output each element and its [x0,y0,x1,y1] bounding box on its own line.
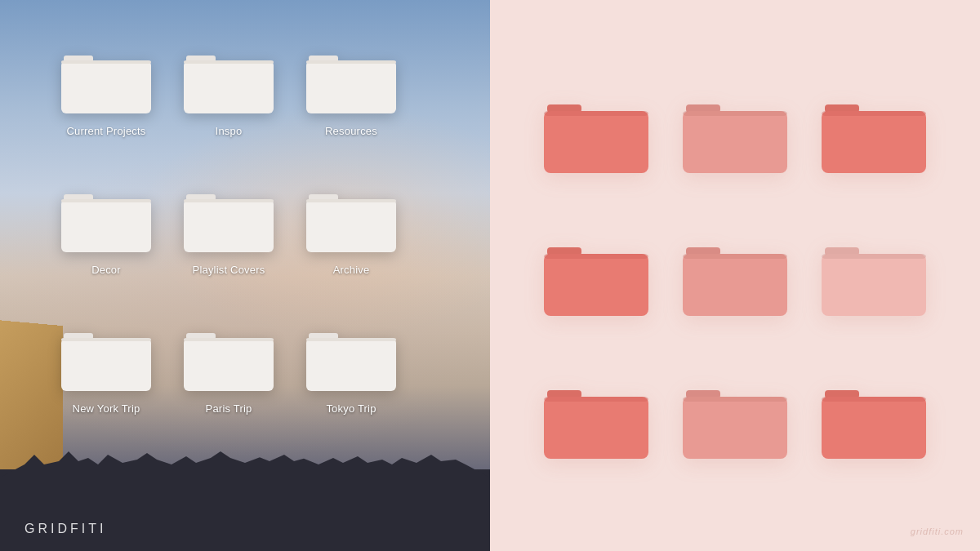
svg-rect-28 [544,111,648,173]
pink-folder-icon-pink-3 [817,88,931,178]
svg-rect-25 [306,338,396,391]
pink-folder-item-pink-5[interactable] [674,212,796,339]
svg-rect-20 [61,338,151,341]
city-silhouette [0,469,490,551]
folder-label-current-projects: Current Projects [66,125,145,137]
svg-rect-47 [544,397,648,402]
pink-folder-item-pink-9[interactable] [813,355,935,482]
gridfiti-watermark: gridfiti.com [911,527,964,536]
folder-icon-resources [302,41,400,118]
svg-rect-1 [61,60,151,113]
left-panel: Current Projects Inspo Resources Decor P… [0,0,490,551]
pink-folder-icon-pink-5 [678,231,792,321]
svg-rect-7 [306,60,396,113]
folder-label-decor: Decor [91,264,121,276]
folder-icon-playlist-covers [180,180,278,257]
svg-rect-40 [683,254,787,316]
pink-folder-item-pink-8[interactable] [674,355,796,482]
svg-rect-38 [544,254,648,259]
svg-rect-34 [822,111,926,173]
folder-item-tokyo-trip[interactable]: Tokyo Trip [294,318,408,449]
svg-rect-13 [184,199,274,252]
svg-rect-11 [61,199,151,202]
pink-folder-icon-pink-7 [539,374,653,464]
svg-rect-17 [306,199,396,202]
folder-item-inspo[interactable]: Inspo [172,41,286,171]
pink-folder-item-pink-6[interactable] [813,212,935,339]
svg-rect-2 [61,60,151,64]
folder-item-new-york-trip[interactable]: New York Trip [49,318,163,449]
svg-rect-19 [61,338,151,391]
svg-rect-50 [683,397,787,402]
svg-rect-29 [544,111,648,116]
svg-rect-31 [683,111,787,173]
folder-item-current-projects[interactable]: Current Projects [49,41,163,171]
svg-rect-46 [544,397,648,459]
folder-grid-left: Current Projects Inspo Resources Decor P… [49,41,408,449]
pink-folder-item-pink-2[interactable] [674,69,796,196]
svg-rect-44 [822,254,926,259]
folder-item-resources[interactable]: Resources [294,41,408,171]
svg-rect-4 [184,60,274,113]
folder-item-playlist-covers[interactable]: Playlist Covers [172,180,286,310]
svg-rect-37 [544,254,648,316]
pink-folder-item-pink-1[interactable] [535,69,657,196]
svg-rect-41 [683,254,787,259]
pink-folder-item-pink-3[interactable] [813,69,935,196]
folder-icon-inspo [180,41,278,118]
folder-item-decor[interactable]: Decor [49,180,163,310]
pink-folder-icon-pink-4 [539,231,653,321]
folder-icon-decor [57,180,155,257]
pink-folder-icon-pink-6 [817,231,931,321]
pink-folder-icon-pink-1 [539,88,653,178]
svg-rect-10 [61,199,151,252]
svg-rect-5 [184,60,274,64]
folder-label-archive: Archive [333,264,370,276]
folder-icon-archive [302,180,400,257]
folder-icon-tokyo-trip [302,318,400,396]
svg-rect-35 [822,111,926,116]
pink-folder-icon-pink-2 [678,88,792,178]
pink-folder-item-pink-7[interactable] [535,355,657,482]
folder-label-resources: Resources [325,125,377,137]
folder-icon-paris-trip [180,318,278,396]
svg-rect-53 [822,397,926,402]
svg-rect-8 [306,60,396,64]
svg-rect-26 [306,338,396,341]
pink-folder-icon-pink-8 [678,374,792,464]
folder-label-inspo: Inspo [216,125,243,137]
folder-label-paris-trip: Paris Trip [206,402,252,415]
folder-icon-new-york-trip [57,318,155,396]
svg-rect-52 [822,397,926,459]
svg-rect-32 [683,111,787,116]
svg-rect-16 [306,199,396,252]
svg-rect-23 [184,338,274,341]
folder-label-new-york-trip: New York Trip [73,402,140,415]
pink-folder-icon-pink-9 [817,374,931,464]
pink-folder-item-pink-4[interactable] [535,212,657,339]
svg-rect-49 [683,397,787,459]
folder-item-paris-trip[interactable]: Paris Trip [172,318,286,449]
gridfiti-logo: GRIDFITI [24,522,106,536]
folder-icon-current-projects [57,41,155,118]
folder-label-tokyo-trip: Tokyo Trip [326,402,376,415]
folder-label-playlist-covers: Playlist Covers [193,264,265,276]
right-panel: gridfiti.com [490,0,980,551]
folder-item-archive[interactable]: Archive [294,180,408,310]
svg-rect-43 [822,254,926,316]
folder-grid-right [535,69,935,482]
svg-rect-22 [184,338,274,391]
svg-rect-14 [184,199,274,202]
